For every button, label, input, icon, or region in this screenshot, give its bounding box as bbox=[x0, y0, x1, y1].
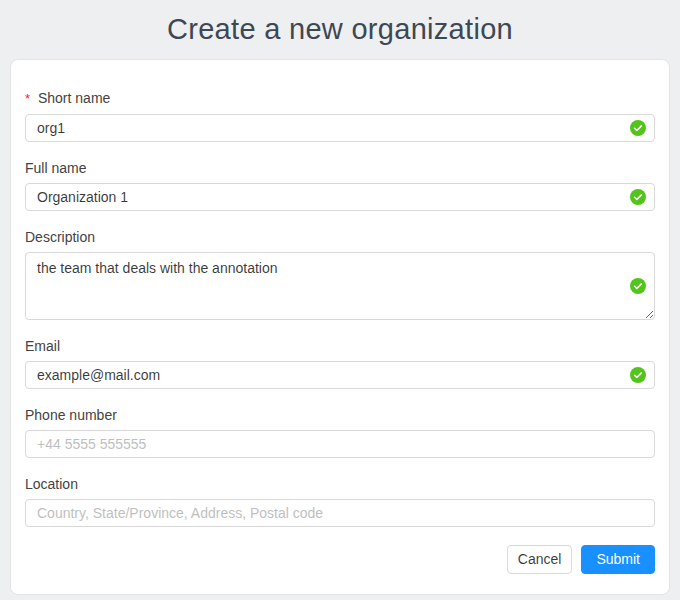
phone-number-control bbox=[25, 430, 655, 458]
short-name-control bbox=[25, 114, 655, 142]
page-header: Create a new organization bbox=[0, 0, 680, 59]
description-label: Description bbox=[25, 229, 655, 245]
field-location: Location bbox=[25, 476, 655, 527]
email-input[interactable] bbox=[25, 361, 655, 389]
short-name-label: * Short name bbox=[25, 90, 655, 107]
field-description: Description the team that deals with the… bbox=[25, 229, 655, 320]
full-name-control bbox=[25, 183, 655, 211]
description-label-text: Description bbox=[25, 229, 95, 245]
short-name-input[interactable] bbox=[25, 114, 655, 142]
phone-number-label: Phone number bbox=[25, 407, 655, 423]
description-control: the team that deals with the annotation bbox=[25, 252, 655, 320]
phone-number-input[interactable] bbox=[25, 430, 655, 458]
location-label-text: Location bbox=[25, 476, 78, 492]
field-short-name: * Short name bbox=[25, 90, 655, 142]
cancel-button[interactable]: Cancel bbox=[507, 545, 573, 574]
page-title: Create a new organization bbox=[167, 13, 513, 46]
full-name-input[interactable] bbox=[25, 183, 655, 211]
submit-button[interactable]: Submit bbox=[581, 545, 655, 574]
form-actions: Cancel Submit bbox=[25, 545, 655, 574]
field-email: Email bbox=[25, 338, 655, 389]
description-textarea[interactable]: the team that deals with the annotation bbox=[25, 252, 655, 320]
field-full-name: Full name bbox=[25, 160, 655, 211]
location-control bbox=[25, 499, 655, 527]
email-label-text: Email bbox=[25, 338, 60, 354]
organization-form-card: * Short name Full name Description the t… bbox=[10, 59, 670, 595]
location-label: Location bbox=[25, 476, 655, 492]
short-name-label-text: Short name bbox=[38, 90, 110, 106]
location-input[interactable] bbox=[25, 499, 655, 527]
email-label: Email bbox=[25, 338, 655, 354]
phone-number-label-text: Phone number bbox=[25, 407, 117, 423]
field-phone-number: Phone number bbox=[25, 407, 655, 458]
required-asterisk: * bbox=[25, 91, 30, 106]
email-control bbox=[25, 361, 655, 389]
full-name-label: Full name bbox=[25, 160, 655, 176]
full-name-label-text: Full name bbox=[25, 160, 86, 176]
